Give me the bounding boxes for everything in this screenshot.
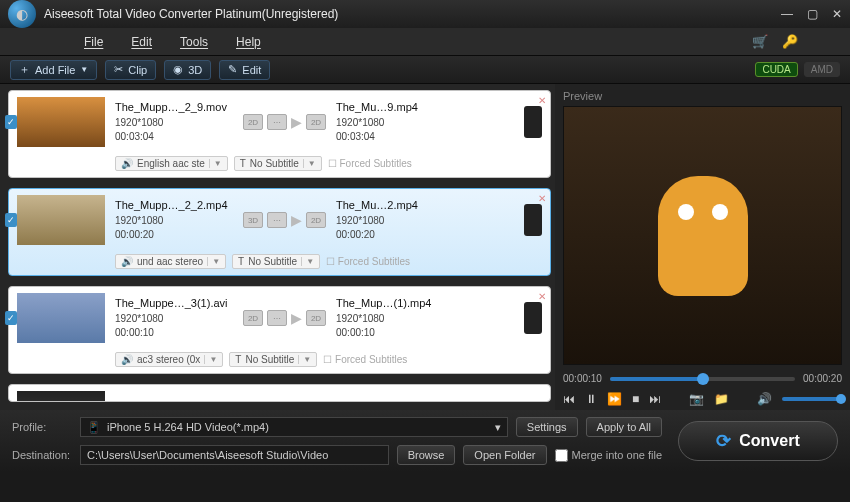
device-icon[interactable]	[524, 204, 542, 236]
volume-icon[interactable]: 🔊	[757, 392, 772, 406]
prev-button[interactable]: ⏮	[563, 392, 575, 406]
destination-input[interactable]: C:\Users\User\Documents\Aiseesoft Studio…	[80, 445, 389, 465]
toolbar: ＋ Add File ▼ ✂ Clip ◉ 3D ✎ Edit CUDA AMD	[0, 56, 850, 84]
file-card[interactable]: ✓ ✕ The_Mupp…_2_2.mp4 1920*1080 00:00:20…	[8, 188, 551, 276]
maximize-button[interactable]: ▢	[807, 7, 818, 21]
source-duration: 00:00:20	[115, 228, 233, 242]
menu-tools[interactable]: Tools	[180, 35, 208, 49]
refresh-icon: ⟳	[716, 430, 731, 452]
close-button[interactable]: ✕	[832, 7, 842, 21]
process-steps: 2D⋯▶2D	[243, 114, 326, 130]
device-icon[interactable]	[524, 106, 542, 138]
key-icon[interactable]: 🔑	[782, 34, 798, 49]
source-resolution: 1920*1080	[115, 312, 233, 326]
open-folder-button[interactable]: 📁	[714, 392, 729, 406]
scissors-icon: ✂	[114, 63, 123, 76]
add-file-button[interactable]: ＋ Add File ▼	[10, 60, 97, 80]
minimize-button[interactable]: —	[781, 7, 793, 21]
clip-button[interactable]: ✂ Clip	[105, 60, 156, 80]
preview-label: Preview	[563, 90, 842, 102]
next-frame-button[interactable]: ⏩	[607, 392, 622, 406]
time-total: 00:00:20	[803, 373, 842, 384]
thumbnail[interactable]	[17, 391, 105, 402]
remove-file-button[interactable]: ✕	[538, 95, 546, 106]
file-list[interactable]: ✓ ✕ The_Mupp…_2_9.mov 1920*1080 00:03:04…	[0, 84, 555, 410]
output-resolution: 1920*1080	[336, 312, 438, 326]
forced-subtitles-toggle[interactable]: ☐ Forced Subtitles	[326, 256, 410, 267]
chevron-down-icon: ▼	[80, 65, 88, 74]
check-icon[interactable]: ✓	[5, 115, 17, 129]
apply-all-button[interactable]: Apply to All	[586, 417, 662, 437]
audio-select[interactable]: 🔊und aac stereo▼	[115, 254, 226, 269]
merge-checkbox[interactable]: Merge into one file	[555, 449, 663, 462]
source-resolution: 1920*1080	[115, 116, 233, 130]
edit-button[interactable]: ✎ Edit	[219, 60, 270, 80]
subtitle-select[interactable]: TNo Subtitle▼	[232, 254, 320, 269]
source-duration: 00:03:04	[115, 130, 233, 144]
menu-file[interactable]: File	[84, 35, 103, 49]
3d-icon: ◉	[173, 63, 183, 76]
audio-select[interactable]: 🔊ac3 stereo (0x▼	[115, 352, 223, 367]
subtitle-select[interactable]: TNo Subtitle▼	[234, 156, 322, 171]
device-icon[interactable]	[524, 302, 542, 334]
forced-subtitles-toggle[interactable]: ☐ Forced Subtitles	[328, 158, 412, 169]
seek-slider[interactable]	[610, 377, 795, 381]
source-resolution: 1920*1080	[115, 214, 233, 228]
output-resolution: 1920*1080	[336, 116, 438, 130]
process-steps: 2D⋯▶2D	[243, 310, 326, 326]
file-card[interactable]: ✓ ✕ The_Mupp…_2_9.mov 1920*1080 00:03:04…	[8, 90, 551, 178]
file-card[interactable]: ✓ ✕ The_Muppe…_3(1).avi 1920*1080 00:00:…	[8, 286, 551, 374]
profile-label: Profile:	[12, 421, 72, 433]
preview-panel: Preview 00:00:10 00:00:20 ⏮ ⏸ ⏩ ■ ⏭ 📷 📁 …	[555, 84, 850, 410]
forced-subtitles-toggle[interactable]: ☐ Forced Subtitles	[323, 354, 407, 365]
snapshot-button[interactable]: 📷	[689, 392, 704, 406]
convert-button[interactable]: ⟳ Convert	[678, 421, 838, 461]
cuda-badge: CUDA	[755, 62, 797, 77]
menu-help[interactable]: Help	[236, 35, 261, 49]
check-icon[interactable]: ✓	[5, 311, 17, 325]
chevron-down-icon: ▾	[495, 421, 501, 434]
3d-button[interactable]: ◉ 3D	[164, 60, 211, 80]
window-title: Aiseesoft Total Video Converter Platinum…	[44, 7, 781, 21]
thumbnail[interactable]	[17, 195, 105, 245]
amd-badge: AMD	[804, 62, 840, 77]
profile-select[interactable]: 📱 iPhone 5 H.264 HD Video(*.mp4) ▾	[80, 417, 508, 437]
subtitle-select[interactable]: TNo Subtitle▼	[229, 352, 317, 367]
remove-file-button[interactable]: ✕	[538, 193, 546, 204]
menu-edit[interactable]: Edit	[131, 35, 152, 49]
source-duration: 00:00:10	[115, 326, 233, 340]
phone-icon: 📱	[87, 421, 101, 434]
output-duration: 00:03:04	[336, 130, 438, 144]
bottom-bar: Profile: 📱 iPhone 5 H.264 HD Video(*.mp4…	[0, 410, 850, 472]
plus-icon: ＋	[19, 62, 30, 77]
output-duration: 00:00:20	[336, 228, 438, 242]
stop-button[interactable]: ■	[632, 392, 639, 406]
cart-icon[interactable]: 🛒	[752, 34, 768, 49]
volume-slider[interactable]	[782, 397, 842, 401]
destination-label: Destination:	[12, 449, 72, 461]
pencil-icon: ✎	[228, 63, 237, 76]
output-resolution: 1920*1080	[336, 214, 438, 228]
thumbnail[interactable]	[17, 97, 105, 147]
thumbnail[interactable]	[17, 293, 105, 343]
settings-button[interactable]: Settings	[516, 417, 578, 437]
output-filename: The_Mup…(1).mp4	[336, 296, 438, 311]
output-duration: 00:00:10	[336, 326, 438, 340]
check-icon[interactable]: ✓	[5, 213, 17, 227]
remove-file-button[interactable]: ✕	[538, 291, 546, 302]
menubar: File Edit Tools Help 🛒 🔑	[0, 28, 850, 56]
browse-button[interactable]: Browse	[397, 445, 456, 465]
process-steps: 3D⋯▶2D	[243, 212, 326, 228]
titlebar: ◐ Aiseesoft Total Video Converter Platin…	[0, 0, 850, 28]
output-filename: The_Mu…2.mp4	[336, 198, 438, 213]
audio-select[interactable]: 🔊English aac ste▼	[115, 156, 228, 171]
app-logo-icon: ◐	[8, 0, 36, 28]
next-button[interactable]: ⏭	[649, 392, 661, 406]
preview-screen[interactable]	[563, 106, 842, 365]
output-filename: The_Mu…9.mp4	[336, 100, 438, 115]
open-folder-button[interactable]: Open Folder	[463, 445, 546, 465]
pause-button[interactable]: ⏸	[585, 392, 597, 406]
source-filename: The_Mupp…_2_2.mp4	[115, 198, 233, 213]
source-filename: The_Muppe…_3(1).avi	[115, 296, 233, 311]
file-card[interactable]	[8, 384, 551, 402]
